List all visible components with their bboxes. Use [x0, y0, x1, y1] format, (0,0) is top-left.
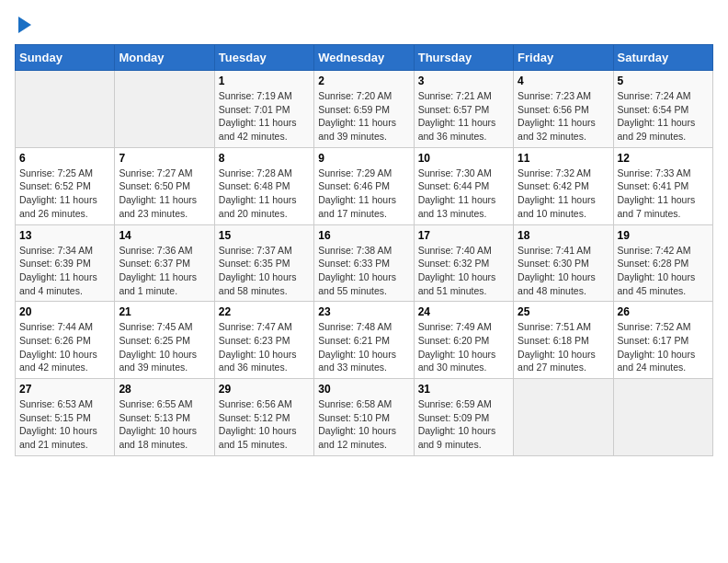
calendar-cell: 25Sunrise: 7:51 AM Sunset: 6:18 PM Dayli…	[514, 302, 613, 379]
day-info: Sunrise: 7:20 AM Sunset: 6:59 PM Dayligh…	[318, 89, 409, 144]
day-info: Sunrise: 7:27 AM Sunset: 6:50 PM Dayligh…	[119, 167, 210, 221]
day-number: 6	[19, 152, 110, 165]
day-number: 14	[119, 229, 210, 242]
page-header	[15, 15, 713, 33]
day-info: Sunrise: 7:38 AM Sunset: 6:33 PM Dayligh…	[318, 244, 409, 298]
day-number: 30	[318, 383, 409, 396]
day-info: Sunrise: 6:58 AM Sunset: 5:10 PM Dayligh…	[318, 397, 409, 452]
calendar-cell: 9Sunrise: 7:29 AM Sunset: 6:46 PM Daylig…	[314, 147, 414, 224]
weekday-header-tuesday: Tuesday	[214, 45, 313, 71]
day-number: 17	[418, 229, 509, 242]
calendar-cell: 15Sunrise: 7:37 AM Sunset: 6:35 PM Dayli…	[214, 224, 313, 302]
day-number: 16	[318, 229, 409, 242]
day-info: Sunrise: 7:44 AM Sunset: 6:26 PM Dayligh…	[19, 320, 110, 374]
calendar-cell: 19Sunrise: 7:42 AM Sunset: 6:28 PM Dayli…	[613, 224, 712, 302]
weekday-header-friday: Friday	[514, 45, 613, 71]
calendar-cell: 16Sunrise: 7:38 AM Sunset: 6:33 PM Dayli…	[314, 224, 414, 302]
calendar-cell: 13Sunrise: 7:34 AM Sunset: 6:39 PM Dayli…	[16, 224, 115, 302]
day-info: Sunrise: 7:29 AM Sunset: 6:46 PM Dayligh…	[318, 167, 409, 221]
day-number: 3	[418, 75, 509, 87]
weekday-header-thursday: Thursday	[414, 45, 513, 71]
calendar-week-row: 6Sunrise: 7:25 AM Sunset: 6:52 PM Daylig…	[16, 147, 713, 224]
day-number: 9	[318, 152, 409, 165]
day-info: Sunrise: 7:51 AM Sunset: 6:18 PM Dayligh…	[518, 320, 609, 374]
day-info: Sunrise: 7:24 AM Sunset: 6:54 PM Dayligh…	[618, 89, 709, 144]
calendar-cell: 31Sunrise: 6:59 AM Sunset: 5:09 PM Dayli…	[414, 379, 513, 456]
calendar-cell: 28Sunrise: 6:55 AM Sunset: 5:13 PM Dayli…	[115, 379, 214, 456]
calendar-cell: 5Sunrise: 7:24 AM Sunset: 6:54 PM Daylig…	[613, 71, 712, 148]
day-number: 20	[19, 305, 110, 318]
day-number: 11	[518, 152, 609, 165]
day-info: Sunrise: 6:59 AM Sunset: 5:09 PM Dayligh…	[418, 397, 509, 452]
day-number: 24	[418, 305, 509, 318]
day-info: Sunrise: 7:47 AM Sunset: 6:23 PM Dayligh…	[219, 320, 310, 374]
weekday-header-saturday: Saturday	[613, 45, 712, 71]
calendar-cell	[514, 379, 613, 456]
day-number: 25	[518, 305, 609, 318]
calendar-cell: 23Sunrise: 7:48 AM Sunset: 6:21 PM Dayli…	[314, 302, 414, 379]
day-number: 31	[418, 383, 509, 396]
calendar-cell	[613, 379, 712, 456]
calendar-week-row: 1Sunrise: 7:19 AM Sunset: 7:01 PM Daylig…	[16, 71, 713, 148]
calendar-week-row: 13Sunrise: 7:34 AM Sunset: 6:39 PM Dayli…	[16, 224, 713, 302]
day-info: Sunrise: 7:23 AM Sunset: 6:56 PM Dayligh…	[518, 89, 609, 144]
calendar-cell: 24Sunrise: 7:49 AM Sunset: 6:20 PM Dayli…	[414, 302, 513, 379]
calendar-cell: 30Sunrise: 6:58 AM Sunset: 5:10 PM Dayli…	[314, 379, 414, 456]
logo-arrow-icon	[18, 17, 31, 33]
day-number: 7	[119, 152, 210, 165]
day-info: Sunrise: 7:33 AM Sunset: 6:41 PM Dayligh…	[618, 167, 709, 221]
day-info: Sunrise: 7:52 AM Sunset: 6:17 PM Dayligh…	[618, 320, 709, 374]
day-info: Sunrise: 7:21 AM Sunset: 6:57 PM Dayligh…	[418, 89, 509, 144]
day-number: 18	[518, 229, 609, 242]
day-number: 21	[119, 305, 210, 318]
day-number: 26	[618, 305, 709, 318]
calendar-cell: 21Sunrise: 7:45 AM Sunset: 6:25 PM Dayli…	[115, 302, 214, 379]
day-info: Sunrise: 7:28 AM Sunset: 6:48 PM Dayligh…	[219, 167, 310, 221]
day-info: Sunrise: 7:42 AM Sunset: 6:28 PM Dayligh…	[618, 244, 709, 298]
calendar-cell: 14Sunrise: 7:36 AM Sunset: 6:37 PM Dayli…	[115, 224, 214, 302]
day-info: Sunrise: 6:53 AM Sunset: 5:15 PM Dayligh…	[19, 397, 110, 452]
weekday-header-row: SundayMondayTuesdayWednesdayThursdayFrid…	[16, 45, 713, 71]
calendar-cell	[115, 71, 214, 148]
weekday-header-sunday: Sunday	[16, 45, 115, 71]
calendar-cell: 2Sunrise: 7:20 AM Sunset: 6:59 PM Daylig…	[314, 71, 414, 148]
day-number: 19	[618, 229, 709, 242]
day-info: Sunrise: 7:48 AM Sunset: 6:21 PM Dayligh…	[318, 320, 409, 374]
calendar-cell: 29Sunrise: 6:56 AM Sunset: 5:12 PM Dayli…	[214, 379, 313, 456]
day-info: Sunrise: 7:37 AM Sunset: 6:35 PM Dayligh…	[219, 244, 310, 298]
weekday-header-monday: Monday	[115, 45, 214, 71]
day-number: 13	[19, 229, 110, 242]
day-info: Sunrise: 7:34 AM Sunset: 6:39 PM Dayligh…	[19, 244, 110, 298]
calendar-cell: 7Sunrise: 7:27 AM Sunset: 6:50 PM Daylig…	[115, 147, 214, 224]
day-info: Sunrise: 6:56 AM Sunset: 5:12 PM Dayligh…	[219, 397, 310, 452]
logo	[15, 15, 31, 33]
day-number: 28	[119, 383, 210, 396]
calendar-cell	[16, 71, 115, 148]
day-number: 29	[219, 383, 310, 396]
calendar-cell: 4Sunrise: 7:23 AM Sunset: 6:56 PM Daylig…	[514, 71, 613, 148]
weekday-header-wednesday: Wednesday	[314, 45, 414, 71]
day-number: 12	[618, 152, 709, 165]
calendar-cell: 3Sunrise: 7:21 AM Sunset: 6:57 PM Daylig…	[414, 71, 513, 148]
day-number: 4	[518, 75, 609, 87]
calendar-cell: 20Sunrise: 7:44 AM Sunset: 6:26 PM Dayli…	[16, 302, 115, 379]
day-info: Sunrise: 7:41 AM Sunset: 6:30 PM Dayligh…	[518, 244, 609, 298]
day-number: 2	[318, 75, 409, 87]
day-number: 27	[19, 383, 110, 396]
day-number: 15	[219, 229, 310, 242]
day-number: 22	[219, 305, 310, 318]
day-info: Sunrise: 7:30 AM Sunset: 6:44 PM Dayligh…	[418, 167, 509, 221]
calendar-week-row: 27Sunrise: 6:53 AM Sunset: 5:15 PM Dayli…	[16, 379, 713, 456]
day-number: 5	[618, 75, 709, 87]
calendar-cell: 8Sunrise: 7:28 AM Sunset: 6:48 PM Daylig…	[214, 147, 313, 224]
day-number: 1	[219, 75, 310, 87]
day-info: Sunrise: 7:32 AM Sunset: 6:42 PM Dayligh…	[518, 167, 609, 221]
calendar-cell: 1Sunrise: 7:19 AM Sunset: 7:01 PM Daylig…	[214, 71, 313, 148]
day-info: Sunrise: 6:55 AM Sunset: 5:13 PM Dayligh…	[119, 397, 210, 452]
calendar-cell: 22Sunrise: 7:47 AM Sunset: 6:23 PM Dayli…	[214, 302, 313, 379]
day-number: 8	[219, 152, 310, 165]
day-info: Sunrise: 7:36 AM Sunset: 6:37 PM Dayligh…	[119, 244, 210, 298]
calendar-cell: 27Sunrise: 6:53 AM Sunset: 5:15 PM Dayli…	[16, 379, 115, 456]
calendar-cell: 26Sunrise: 7:52 AM Sunset: 6:17 PM Dayli…	[613, 302, 712, 379]
calendar-cell: 6Sunrise: 7:25 AM Sunset: 6:52 PM Daylig…	[16, 147, 115, 224]
